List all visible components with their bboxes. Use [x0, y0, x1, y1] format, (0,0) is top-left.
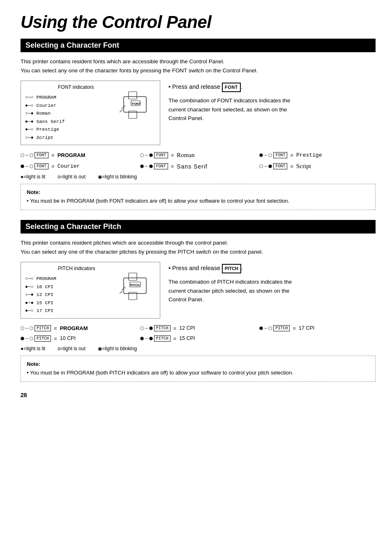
led-off-icon	[21, 153, 24, 157]
led-off-icon	[30, 153, 33, 157]
led-on-icon	[21, 164, 24, 168]
led-off-icon	[21, 326, 24, 330]
svg-text:PITCH: PITCH	[130, 283, 140, 287]
led-on-icon	[21, 337, 24, 340]
font-section-content: FONT indicators FONT	[21, 81, 376, 145]
pitch-entry-12cpi: ─ PITCH = 12 CPI	[140, 325, 256, 331]
led-on-icon	[149, 153, 153, 157]
led-on-icon	[268, 164, 272, 168]
svg-rect-1	[129, 92, 137, 99]
font-name-prestige: Prestige	[296, 152, 322, 158]
pitch-btn: PITCH	[154, 325, 171, 331]
pitch-legend-lit: ●=light is lit	[21, 346, 45, 351]
pitch-printer-svg: PITCH	[120, 270, 152, 307]
pitch-legend-blink: ◉=light is blinking	[98, 346, 137, 351]
svg-line-13	[120, 291, 122, 294]
font-intro: This printer contains resident fonts whi…	[21, 57, 376, 75]
pitch-name-17cpi: 17 CPI	[299, 325, 314, 331]
pitch-entry-15cpi: ─ PITCH = 15 CPI	[140, 335, 256, 342]
led-on-icon	[149, 164, 153, 168]
pitch-btn: PITCH	[273, 325, 290, 331]
font-name-courier: Courier	[58, 163, 80, 169]
pitch-section-header: Selecting a Character Pitch	[21, 220, 376, 233]
font-entry-prestige: ─ FONT = Prestige	[259, 152, 376, 159]
font-indicators-label: FONT indicators	[58, 84, 94, 90]
led-off-icon	[30, 326, 33, 330]
led-off-icon	[268, 326, 272, 330]
pitch-note-label: Note:	[27, 361, 40, 367]
pitch-right-desc: • Press and release PITCH. The combinati…	[168, 262, 376, 319]
font-desc: The combination of FONT indicators indic…	[168, 96, 376, 123]
font-entries-grid: ─ FONT = PROGRAM ─ FONT = Roman ─ FONT =…	[21, 152, 376, 170]
pitch-press-line: • Press and release PITCH.	[168, 264, 376, 273]
font-diagram: FONT indicators FONT	[21, 81, 160, 145]
pitch-intro: This printer contains resident pitches w…	[21, 238, 376, 256]
pitch-desc: The combination of PITCH indicators indi…	[168, 277, 376, 304]
font-legend: ●=light is lit o=light is out ◉=light is…	[21, 174, 376, 180]
pitch-name-program: PROGRAM	[60, 325, 88, 331]
svg-rect-8	[129, 273, 137, 280]
svg-text:FONT: FONT	[132, 102, 141, 106]
font-entry-courier: ─ FONT = Courier	[21, 163, 137, 170]
pitch-note-text: • You must be in PROGRAM (both PITCH ind…	[27, 370, 293, 376]
pitch-entry-10cpi: ─ PITCH = 10 CPI	[21, 335, 137, 342]
printer-svg: FONT	[120, 88, 152, 125]
font-press-line: • Press and release FONT.	[168, 82, 376, 92]
pitch-name-10cpi: 10 CPI	[60, 335, 76, 341]
led-off-icon	[140, 326, 144, 330]
legend-out: o=light is out	[58, 174, 85, 180]
pitch-printer-sketch: PITCH	[120, 270, 152, 308]
pitch-entry-17cpi: ─ PITCH = 17 CPI	[259, 325, 376, 331]
font-name-sansserif: Sans Serif	[177, 163, 208, 170]
led-off-icon	[268, 153, 272, 157]
svg-line-6	[120, 110, 122, 112]
font-note-text: • You must be in PROGRAM (both FONT indi…	[27, 198, 289, 204]
led-off-icon	[30, 337, 33, 340]
font-note-box: Note: • You must be in PROGRAM (both FON…	[21, 184, 376, 210]
font-btn: FONT	[35, 163, 48, 169]
pitch-name-12cpi: 12 CPI	[179, 325, 195, 331]
font-btn: FONT	[154, 163, 168, 169]
pitch-note-box: Note: • You must be in PROGRAM (both PIT…	[21, 356, 376, 382]
pitch-btn: PITCH	[154, 335, 171, 342]
font-name-program: PROGRAM	[58, 152, 85, 158]
font-entry-sansserif: ─ FONT = Sans Serif	[140, 163, 256, 170]
font-btn: FONT	[35, 152, 48, 158]
pitch-btn: PITCH	[35, 335, 51, 342]
font-right-desc: • Press and release FONT. The combinatio…	[168, 81, 376, 145]
font-name-script: Script	[296, 163, 311, 170]
pitch-btn: PITCH	[35, 325, 51, 331]
font-btn: FONT	[154, 152, 168, 158]
pitch-diagram: PITCH indicators PITCH ○─○ PROGRAM ●─○ 1…	[21, 262, 160, 319]
pitch-name-15cpi: 15 CPI	[179, 335, 195, 341]
led-on-icon	[259, 153, 263, 157]
font-entry-script: ─ FONT = Script	[259, 163, 376, 170]
font-section-header: Selecting a Character Font	[21, 39, 376, 52]
led-off-icon	[140, 153, 144, 157]
pitch-section: Selecting a Character Pitch This printer…	[21, 220, 376, 382]
pitch-entry-program: ─ PITCH = PROGRAM	[21, 325, 137, 331]
font-btn: FONT	[273, 152, 287, 158]
led-on-icon	[140, 164, 144, 168]
page-number: 28	[21, 392, 376, 398]
pitch-legend-out: o=light is out	[58, 346, 85, 351]
pitch-indicators-label: PITCH indicators	[58, 266, 95, 271]
led-off-icon	[30, 164, 33, 168]
font-name-roman: Roman	[177, 152, 194, 159]
page-title: Using the Control Panel	[21, 12, 376, 32]
legend-lit: ●=light is lit	[21, 174, 45, 180]
led-on-icon	[149, 326, 153, 330]
pitch-entries-grid: ─ PITCH = PROGRAM ─ PITCH = 12 CPI ─ PIT…	[21, 325, 376, 342]
font-button-label: FONT	[222, 83, 241, 92]
pitch-legend: ●=light is lit o=light is out ◉=light is…	[21, 346, 376, 351]
printer-sketch: FONT	[120, 88, 152, 127]
led-on-icon	[149, 337, 153, 340]
pitch-section-content: PITCH indicators PITCH ○─○ PROGRAM ●─○ 1…	[21, 262, 376, 319]
led-on-icon	[140, 337, 144, 340]
pitch-button-label: PITCH	[222, 264, 241, 274]
led-on-icon	[259, 326, 263, 330]
font-entry-program: ─ FONT = PROGRAM	[21, 152, 137, 159]
font-section: Selecting a Character Font This printer …	[21, 39, 376, 210]
led-off-icon	[259, 164, 263, 168]
font-entry-roman: ─ FONT = Roman	[140, 152, 256, 159]
